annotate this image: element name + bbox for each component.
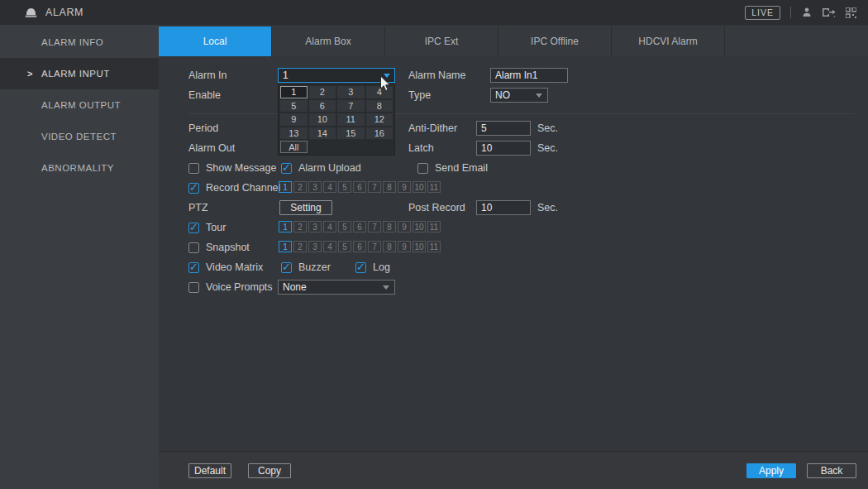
show-message-box[interactable] (188, 163, 199, 174)
back-button[interactable]: Back (807, 463, 856, 478)
tab-ipc-offline[interactable]: IPC Offline (498, 26, 612, 56)
channel-7-button[interactable]: 7 (368, 181, 381, 193)
send-email-box[interactable] (417, 163, 428, 174)
channel-5-button[interactable]: 5 (338, 181, 351, 193)
snapshot-checkbox[interactable]: Snapshot (188, 240, 250, 255)
sidebar-item-alarm-info[interactable]: ALARM INFO (0, 26, 159, 58)
channel-6-button[interactable]: 6 (353, 181, 366, 193)
log-checkbox[interactable]: Log (355, 260, 390, 275)
channel-9-button[interactable]: 9 (398, 221, 411, 233)
channel-10-button[interactable]: 10 (413, 181, 426, 193)
alarm-in-option-16[interactable]: 16 (366, 127, 393, 140)
snapshot-box[interactable] (188, 242, 199, 253)
live-button[interactable]: LIVE (745, 6, 780, 20)
channel-7-button[interactable]: 7 (368, 241, 381, 252)
channel-2-button[interactable]: 2 (293, 221, 307, 233)
send-email-checkbox[interactable]: Send Email (417, 161, 488, 175)
channel-9-button[interactable]: 9 (398, 181, 411, 193)
channel-8-button[interactable]: 8 (383, 241, 396, 252)
channel-10-button[interactable]: 10 (413, 241, 426, 252)
logout-icon[interactable] (821, 7, 837, 18)
voice-prompts-box[interactable] (188, 282, 199, 293)
ptz-setting-button[interactable]: Setting (279, 200, 332, 215)
video-matrix-box[interactable] (188, 262, 199, 273)
channel-10-button[interactable]: 10 (413, 221, 426, 233)
channel-11-button[interactable]: 11 (427, 221, 441, 233)
voice-prompts-dropdown[interactable]: None (278, 280, 395, 295)
channel-11-button[interactable]: 11 (427, 181, 441, 193)
voice-prompts-checkbox[interactable]: Voice Prompts (188, 280, 273, 295)
channel-6-button[interactable]: 6 (353, 221, 366, 233)
channel-7-button[interactable]: 7 (368, 221, 381, 233)
record-channel-checkbox[interactable]: Record Channel (188, 180, 280, 195)
alarm-in-dropdown[interactable]: 1 (278, 68, 395, 83)
default-button[interactable]: Default (188, 463, 231, 478)
channel-6-button[interactable]: 6 (353, 241, 366, 252)
channel-2-button[interactable]: 2 (293, 181, 307, 193)
alarm-in-option-10[interactable]: 10 (309, 113, 336, 126)
latch-input[interactable]: 10 (476, 141, 531, 156)
alarm-in-option-1[interactable]: 1 (280, 86, 308, 98)
anti-dither-input[interactable]: 5 (476, 121, 531, 136)
type-dropdown[interactable]: NO (490, 88, 548, 103)
alarm-in-option-14[interactable]: 14 (309, 127, 336, 140)
alarm-in-option-6[interactable]: 6 (309, 100, 336, 113)
sidebar-item-video-detect[interactable]: VIDEO DETECT (0, 121, 159, 152)
channel-5-button[interactable]: 5 (338, 221, 351, 233)
alarm-in-option-3[interactable]: 3 (337, 86, 365, 98)
alarm-upload-checkbox[interactable]: Alarm Upload (281, 161, 361, 175)
alarm-in-option-13[interactable]: 13 (280, 127, 308, 140)
tour-box[interactable] (188, 223, 199, 233)
channel-2-button[interactable]: 2 (293, 241, 307, 252)
snapshot-channel-strip: 1234567891011 (279, 241, 441, 252)
show-message-checkbox[interactable]: Show Message (188, 161, 276, 175)
alarm-in-option-7[interactable]: 7 (337, 100, 365, 113)
tab-alarm-box[interactable]: Alarm Box (272, 26, 385, 56)
alarm-in-option-9[interactable]: 9 (280, 113, 308, 126)
alarm-in-option-15[interactable]: 15 (337, 127, 365, 140)
alarm-in-option-12[interactable]: 12 (366, 113, 393, 126)
alarm-name-input[interactable]: Alarm In1 (490, 68, 568, 83)
sidebar-item-alarm-output[interactable]: ALARM OUTPUT (0, 89, 159, 121)
channel-9-button[interactable]: 9 (398, 241, 411, 252)
alarm-in-option-all[interactable]: All (280, 141, 308, 153)
channel-8-button[interactable]: 8 (383, 221, 396, 233)
alarm-in-option-2[interactable]: 2 (309, 86, 336, 98)
period-label: Period (188, 121, 218, 136)
channel-8-button[interactable]: 8 (383, 181, 396, 193)
tab-hdcvi-alarm[interactable]: HDCVI Alarm (612, 26, 725, 56)
channel-1-button[interactable]: 1 (279, 221, 292, 233)
post-record-input[interactable]: 10 (476, 200, 531, 215)
sidebar-item-alarm-input[interactable]: >ALARM INPUT (0, 58, 159, 89)
record-channel-box[interactable] (188, 183, 199, 194)
video-matrix-checkbox[interactable]: Video Matrix (188, 260, 263, 275)
user-icon[interactable] (801, 7, 813, 18)
tab-local[interactable]: Local (159, 26, 272, 56)
channel-4-button[interactable]: 4 (323, 221, 336, 233)
alarm-in-option-11[interactable]: 11 (337, 113, 365, 126)
channel-3-button[interactable]: 3 (308, 181, 322, 193)
channel-4-button[interactable]: 4 (323, 241, 336, 252)
alarm-in-option-8[interactable]: 8 (366, 100, 393, 113)
channel-1-button[interactable]: 1 (279, 181, 292, 193)
anti-dither-unit: Sec. (537, 121, 558, 136)
apply-button[interactable]: Apply (746, 463, 796, 478)
tour-checkbox[interactable]: Tour (188, 220, 226, 235)
snapshot-label: Snapshot (206, 242, 250, 253)
channel-11-button[interactable]: 11 (427, 241, 441, 252)
qr-code-icon[interactable] (846, 7, 856, 18)
channel-3-button[interactable]: 3 (308, 241, 322, 252)
channel-5-button[interactable]: 5 (338, 241, 351, 252)
channel-1-button[interactable]: 1 (279, 241, 292, 252)
sidebar-item-abnormality[interactable]: ABNORMALITY (0, 152, 159, 184)
buzzer-box[interactable] (281, 262, 292, 273)
buzzer-checkbox[interactable]: Buzzer (281, 260, 331, 275)
alarm-in-option-5[interactable]: 5 (280, 100, 308, 113)
log-box[interactable] (355, 262, 366, 273)
channel-3-button[interactable]: 3 (308, 221, 322, 233)
channel-4-button[interactable]: 4 (323, 181, 336, 193)
tab-ipc-ext[interactable]: IPC Ext (385, 26, 498, 56)
copy-button[interactable]: Copy (248, 463, 291, 478)
alarm-in-option-4[interactable]: 4 (366, 86, 393, 98)
alarm-upload-box[interactable] (281, 163, 292, 174)
